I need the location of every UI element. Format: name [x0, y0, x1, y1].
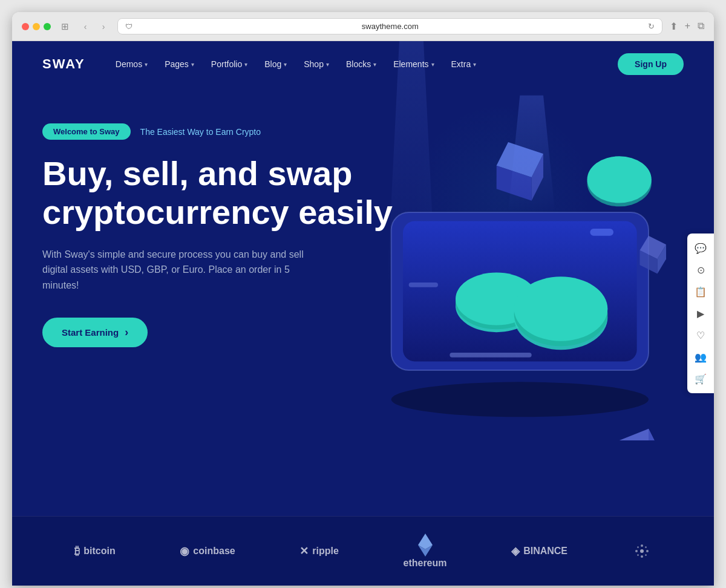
- browser-nav: ‹ ›: [79, 20, 110, 33]
- start-earning-button[interactable]: Start Earning ›: [42, 318, 148, 347]
- svg-point-18: [641, 555, 643, 558]
- nav-item-blog[interactable]: Blog ▾: [264, 59, 287, 69]
- right-sidebar-tools: 💬 ⊙ 📋 ▶ ♡ 👥 🛒: [687, 234, 714, 393]
- bitcoin-label: bitcoin: [83, 546, 115, 557]
- ethereum-diamond: ethereum: [403, 534, 446, 569]
- arrow-right-icon: ›: [125, 326, 128, 339]
- svg-point-13: [587, 156, 652, 203]
- chevron-down-icon: ▾: [431, 61, 434, 68]
- binance-icon: ◈: [511, 544, 520, 558]
- address-bar[interactable]: 🛡 swaytheme.com ↻: [117, 18, 662, 34]
- hero-subtitle: The Easiest Way to Earn Crypto: [140, 127, 261, 137]
- tabs-icon[interactable]: ⧉: [698, 21, 704, 32]
- chevron-down-icon: ▾: [373, 61, 376, 68]
- nav-item-demos[interactable]: Demos ▾: [116, 59, 148, 69]
- video-tool[interactable]: ▶: [691, 304, 710, 323]
- brand-ripple: ✕ ripple: [299, 544, 339, 558]
- svg-rect-9: [450, 353, 531, 358]
- brand-binance: ◈ BINANCE: [511, 544, 567, 558]
- sidebar-toggle-icon[interactable]: ⊞: [58, 20, 71, 33]
- window-controls: [22, 23, 51, 30]
- ethereum-label: ethereum: [403, 558, 446, 569]
- svg-point-17: [641, 544, 643, 547]
- ripple-label: ripple: [312, 546, 339, 557]
- svg-point-24: [645, 554, 647, 556]
- coinbase-icon: ◉: [180, 544, 189, 558]
- back-button[interactable]: ‹: [79, 20, 92, 33]
- svg-point-20: [646, 550, 649, 552]
- binance-label: BINANCE: [523, 546, 567, 557]
- site-logo[interactable]: SWAY: [42, 56, 85, 72]
- chevron-down-icon: ▾: [191, 61, 194, 68]
- svg-rect-10: [409, 283, 438, 287]
- ethereum-icon: [418, 534, 433, 557]
- close-button[interactable]: [22, 23, 29, 30]
- brand-cardano: [632, 541, 652, 561]
- maximize-button[interactable]: [44, 23, 51, 30]
- hero-description: With Sway's simple and secure process yo…: [42, 247, 321, 293]
- new-tab-icon[interactable]: +: [685, 21, 690, 32]
- nav-item-extra[interactable]: Extra ▾: [451, 59, 477, 69]
- svg-point-0: [391, 382, 649, 417]
- minimize-button[interactable]: [33, 23, 40, 30]
- signup-button[interactable]: Sign Up: [618, 53, 684, 75]
- svg-point-23: [637, 554, 639, 556]
- document-tool[interactable]: 📋: [691, 282, 710, 301]
- svg-point-16: [640, 549, 644, 553]
- brand-ethereum: ethereum: [403, 534, 446, 569]
- forward-button[interactable]: ›: [97, 20, 110, 33]
- browser-window: ⊞ ‹ › 🛡 swaytheme.com ↻ ⬆ + ⧉ SWAY Demos…: [12, 12, 714, 586]
- svg-rect-11: [590, 229, 613, 236]
- brand-coinbase: ◉ coinbase: [180, 544, 235, 558]
- browser-toolbar: ⊞ ‹ › 🛡 swaytheme.com ↻ ⬆ + ⧉: [12, 12, 714, 41]
- chevron-down-icon: ▾: [284, 61, 287, 68]
- lock-icon: 🛡: [125, 22, 132, 31]
- cart-tool[interactable]: 🛒: [691, 369, 710, 388]
- nav-item-elements[interactable]: Elements ▾: [393, 59, 434, 69]
- browser-actions: ⬆ + ⧉: [670, 21, 704, 32]
- share-icon[interactable]: ⬆: [670, 21, 678, 32]
- nav-item-blocks[interactable]: Blocks ▾: [346, 59, 376, 69]
- cardano-icon: [632, 541, 652, 561]
- main-nav: SWAY Demos ▾ Pages ▾ Portfolio ▾ Blog ▾: [12, 41, 714, 87]
- chat-tool[interactable]: 💬: [691, 238, 710, 258]
- nav-menu: Demos ▾ Pages ▾ Portfolio ▾ Blog ▾ Shop: [116, 59, 618, 69]
- nav-item-pages[interactable]: Pages ▾: [165, 59, 194, 69]
- svg-point-22: [645, 546, 647, 548]
- nav-item-shop[interactable]: Shop ▾: [304, 59, 329, 69]
- people-tool[interactable]: 👥: [691, 347, 710, 367]
- heart-tool[interactable]: ♡: [691, 325, 710, 345]
- url-text: swaytheme.com: [137, 22, 643, 31]
- coinbase-label: coinbase: [193, 546, 235, 557]
- website-content: SWAY Demos ▾ Pages ▾ Portfolio ▾ Blog ▾: [12, 41, 714, 586]
- svg-point-21: [637, 546, 639, 548]
- svg-point-8: [514, 276, 608, 341]
- brand-bitcoin: ₿ bitcoin: [74, 545, 115, 558]
- chevron-down-icon: ▾: [473, 61, 476, 68]
- welcome-badge: Welcome to Sway: [42, 123, 131, 140]
- brands-bar: ₿ bitcoin ◉ coinbase ✕ ripple ethereum: [12, 516, 714, 586]
- ripple-icon: ✕: [299, 544, 309, 558]
- chevron-down-icon: ▾: [326, 61, 329, 68]
- chevron-down-icon: ▾: [145, 61, 148, 68]
- user-tool[interactable]: ⊙: [691, 260, 710, 279]
- refresh-icon[interactable]: ↻: [648, 22, 655, 31]
- nav-item-portfolio[interactable]: Portfolio ▾: [211, 59, 247, 69]
- crypto-illustration: [333, 90, 684, 440]
- chevron-down-icon: ▾: [244, 61, 247, 68]
- svg-point-19: [635, 550, 638, 552]
- bitcoin-icon: ₿: [74, 545, 80, 558]
